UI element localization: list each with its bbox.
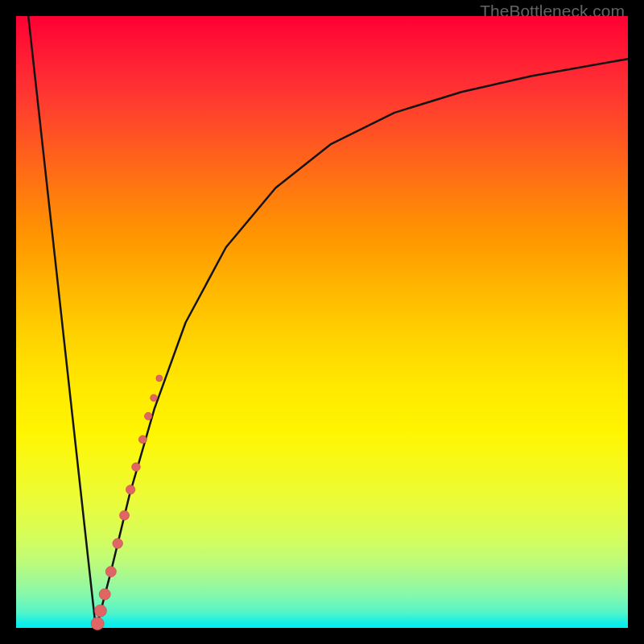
highlight-dot (151, 394, 158, 402)
plot-area (16, 16, 628, 628)
highlight-dot (94, 605, 106, 617)
highlight-dot (113, 539, 123, 549)
highlight-dot (138, 436, 147, 444)
highlight-dot (91, 617, 104, 630)
highlight-dot (156, 375, 163, 382)
highlight-dot (132, 463, 141, 472)
highlight-dot (126, 485, 134, 494)
highlight-dot (99, 588, 110, 600)
chart-frame: TheBottleneck.com (0, 0, 644, 644)
chart-svg (16, 16, 628, 628)
highlight-dot (105, 566, 116, 576)
bottleneck-curve (28, 16, 628, 624)
highlight-dot (120, 510, 130, 520)
highlight-dot (144, 412, 151, 419)
